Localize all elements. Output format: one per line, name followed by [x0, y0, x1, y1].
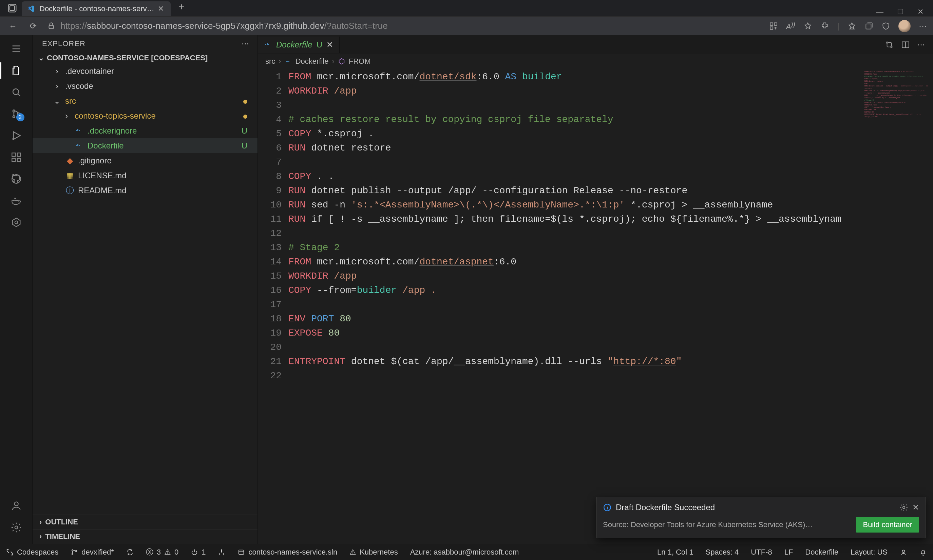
timeline-section[interactable]: › TIMELINE [32, 529, 258, 544]
split-editor-icon[interactable] [901, 40, 910, 49]
browser-menu-icon[interactable]: ⋯ [919, 22, 927, 31]
editor-tab-dockerfile[interactable]: Dockerfile U ✕ [258, 37, 339, 53]
profile-avatar[interactable] [898, 20, 911, 32]
status-cursor-position[interactable]: Ln 1, Col 1 [651, 548, 699, 557]
activity-menu-icon[interactable] [7, 39, 26, 58]
status-sync[interactable] [120, 548, 140, 556]
status-layout[interactable]: Layout: US [844, 548, 894, 557]
tab-close-icon[interactable]: ✕ [158, 5, 164, 13]
favorites-list-icon[interactable] [848, 22, 856, 31]
workspace-title: CONTOSO-NAMES-SERVICE [CODESPACES] [47, 54, 208, 62]
status-problems[interactable]: ⓧ3 ⚠0 [140, 547, 185, 557]
status-eol[interactable]: LF [778, 548, 799, 557]
cert-icon: ▦ [65, 171, 75, 180]
scm-status [243, 96, 254, 106]
item-label: .vscode [65, 82, 93, 91]
file-item[interactable]: DockerfileU [32, 138, 258, 153]
browser-refresh-button[interactable]: ⟳ [26, 22, 40, 31]
browser-app-icon[interactable] [4, 0, 20, 16]
activity-settings-icon[interactable] [7, 518, 26, 537]
svg-point-23 [14, 502, 18, 506]
gear-icon[interactable] [899, 503, 908, 512]
activity-search-icon[interactable] [7, 83, 26, 102]
file-item[interactable]: ▦LICENSE.md [32, 168, 258, 183]
status-ports[interactable]: 1 [185, 548, 212, 557]
address-bar[interactable]: https://sabbour-contoso-names-service-5g… [47, 21, 762, 31]
chevron-down-icon: ⌄ [38, 54, 44, 62]
breadcrumb[interactable]: src › Dockerfile › FROM [258, 54, 933, 68]
folder-item[interactable]: ›.devcontainer [32, 64, 258, 78]
status-azure[interactable]: Azure: asabbour@microsoft.com [404, 548, 525, 557]
status-branch[interactable]: devxified* [65, 548, 120, 557]
browser-tab[interactable]: Dockerfile - contoso-names-serv… ✕ [22, 2, 171, 16]
collections-icon[interactable] [864, 22, 873, 31]
status-indentation[interactable]: Spaces: 4 [699, 548, 745, 557]
source-control-badge: 2 [16, 113, 25, 122]
folder-item[interactable]: ⌄src [32, 94, 258, 108]
outline-section[interactable]: › OUTLINE [32, 515, 258, 529]
close-icon[interactable]: ✕ [912, 503, 919, 512]
activity-source-control-icon[interactable]: 2 [7, 105, 26, 123]
window-minimize-icon[interactable]: — [876, 8, 884, 16]
editor-menu-icon[interactable]: ⋯ [918, 40, 925, 49]
read-aloud-icon[interactable]: A)) [786, 21, 795, 31]
status-codespaces[interactable]: Codespaces [0, 548, 65, 557]
folder-item[interactable]: ›contoso-topics-service [32, 108, 258, 123]
tab-close-icon[interactable]: ✕ [326, 40, 333, 49]
favorite-icon[interactable] [803, 22, 812, 31]
activity-kubernetes-icon[interactable] [7, 213, 26, 232]
file-item[interactable]: ⓘREADME.md [32, 183, 258, 198]
info-icon: ⓘ [65, 185, 75, 196]
svg-point-24 [15, 526, 18, 529]
svg-point-47 [72, 553, 73, 555]
svg-point-22 [15, 221, 18, 224]
window-maximize-icon[interactable]: ☐ [897, 8, 904, 16]
svg-rect-31 [79, 145, 80, 146]
svg-rect-42 [288, 61, 289, 62]
status-bar: Codespaces devxified* ⓧ3 ⚠0 1 contoso-na… [0, 544, 933, 560]
status-kubernetes[interactable]: ⚠Kubernetes [343, 548, 404, 557]
window-close-icon[interactable]: ✕ [918, 8, 924, 16]
minimap[interactable]: FROM mcr.microsoft.com/dotnet/sdk:6.0 AS… [862, 68, 933, 170]
file-item[interactable]: ◆.gitignore [32, 153, 258, 168]
status-feedback-icon[interactable] [894, 548, 913, 556]
shield-icon[interactable] [881, 22, 890, 31]
apps-icon[interactable] [769, 22, 778, 31]
activity-extensions-icon[interactable] [7, 148, 26, 167]
svg-point-50 [902, 550, 905, 552]
svg-rect-30 [77, 145, 79, 146]
status-solution[interactable]: contoso-names-service.sln [231, 548, 343, 557]
whale-icon [75, 142, 84, 150]
activity-accounts-icon[interactable] [7, 496, 26, 515]
activity-github-icon[interactable] [7, 169, 26, 188]
chevron-right-icon: › [39, 532, 42, 541]
code-editor[interactable]: 12345678910111213141516171819202122 FROM… [258, 68, 933, 544]
compare-changes-icon[interactable] [885, 40, 894, 49]
item-label: README.md [78, 186, 126, 195]
svg-point-45 [903, 506, 905, 509]
item-label: contoso-topics-service [75, 111, 156, 121]
activity-run-debug-icon[interactable] [7, 126, 26, 145]
explorer-sidebar: EXPLORER ⋯ ⌄ CONTOSO-NAMES-SERVICE [CODE… [32, 35, 258, 544]
activity-explorer-icon[interactable] [7, 61, 26, 80]
status-encoding[interactable]: UTF-8 [745, 548, 778, 557]
browser-back-button[interactable]: ← [6, 22, 20, 31]
status-language[interactable]: Dockerfile [799, 548, 844, 557]
svg-point-7 [13, 89, 19, 95]
lock-icon [47, 22, 56, 31]
svg-rect-3 [770, 23, 773, 25]
status-live-share[interactable] [212, 548, 231, 556]
activity-docker-icon[interactable] [7, 191, 26, 210]
svg-rect-32 [77, 144, 79, 145]
svg-rect-28 [77, 129, 79, 130]
build-container-button[interactable]: Build container [856, 517, 919, 532]
svg-rect-4 [774, 23, 777, 25]
workspace-title-row[interactable]: ⌄ CONTOSO-NAMES-SERVICE [CODESPACES] [32, 52, 258, 64]
file-item[interactable]: .dockerignoreU [32, 123, 258, 138]
explorer-menu-icon[interactable]: ⋯ [242, 39, 249, 48]
extensions-icon[interactable] [820, 22, 829, 31]
folder-item[interactable]: ›.vscode [32, 78, 258, 94]
status-notifications-icon[interactable] [913, 548, 933, 556]
docker-file-icon [285, 58, 292, 65]
new-tab-button[interactable]: ＋ [172, 0, 191, 16]
